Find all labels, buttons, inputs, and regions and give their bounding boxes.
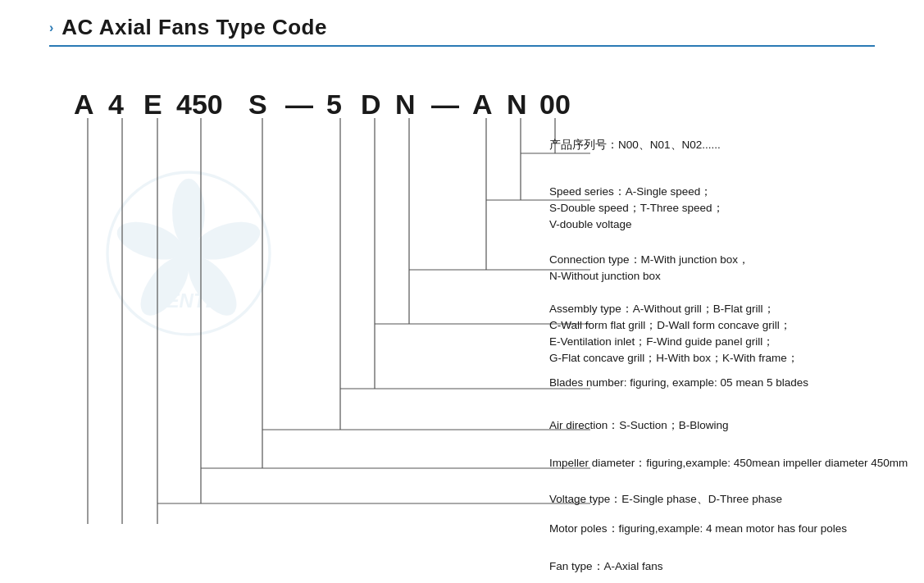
fan-type-label: Fan type：A-Axial fans: [549, 558, 663, 575]
code-dash1: —: [285, 89, 313, 120]
code-A2: A: [472, 89, 493, 120]
header-section: › AC Axial Fans Type Code: [49, 15, 875, 40]
page-title: AC Axial Fans Type Code: [61, 15, 327, 40]
code-D: D: [361, 89, 381, 120]
code-N2: N: [507, 89, 527, 120]
header-divider: [49, 45, 875, 47]
diagram-area: VENTEI A 4 E 450 S — 5 D N — A N 00: [49, 65, 875, 524]
product-series-label: 产品序列号：N00、N01、N02......: [549, 137, 721, 153]
voltage-type-label: Voltage type：E-Single phase、D-Three phas…: [549, 491, 782, 508]
impeller-diameter-label: Impeller diameter：figuring,example: 450m…: [549, 455, 908, 471]
code-00: 00: [539, 89, 571, 120]
code-N: N: [395, 89, 416, 120]
code-450: 450: [176, 89, 223, 120]
assembly-type-label: Assembly type：A-Without grill；B-Flat gri…: [549, 301, 799, 367]
connection-type-label: Connection type：M-With junction box， N-W…: [549, 252, 749, 285]
code-S: S: [248, 89, 267, 120]
air-direction-label: Air direction：S-Suction；B-Blowing: [549, 417, 729, 434]
chevron-icon: ›: [49, 20, 53, 35]
blades-number-label: Blades number: figuring, example: 05 mea…: [549, 375, 808, 391]
speed-series-label: Speed series：A-Single speed； S-Double sp…: [549, 184, 724, 234]
code-5: 5: [326, 89, 342, 120]
motor-poles-label: Motor poles：figuring,example: 4 mean mot…: [549, 521, 847, 537]
code-4: 4: [108, 89, 124, 120]
code-A: A: [74, 89, 94, 120]
page-container: › AC Axial Fans Type Code VENTE: [0, 0, 924, 583]
code-dash2: —: [431, 89, 459, 120]
code-E: E: [143, 89, 162, 120]
